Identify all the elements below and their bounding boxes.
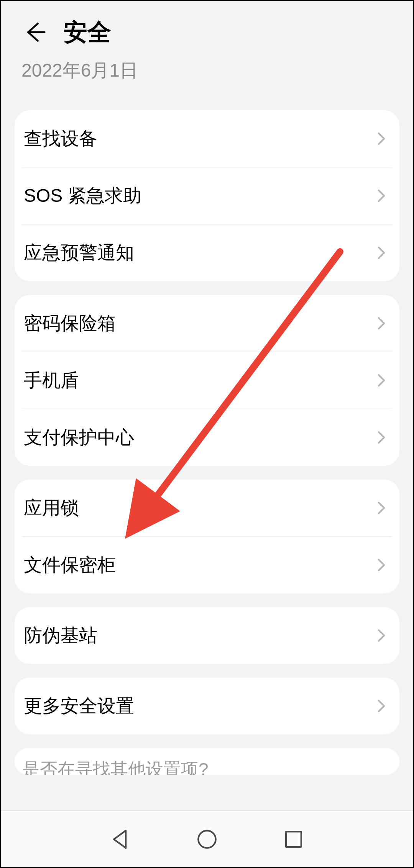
card-group: 查找设备 SOS 紧急求助 应急预警通知 — [15, 110, 399, 281]
item-label: 更多安全设置 — [22, 694, 134, 718]
title-row: 安全 — [21, 16, 393, 48]
chevron-right-icon — [373, 372, 389, 388]
date-label: 2022年6月1日 — [21, 58, 393, 83]
nav-back-button[interactable] — [107, 826, 133, 852]
chevron-right-icon — [373, 627, 389, 644]
item-more-security[interactable]: 更多安全设置 — [15, 678, 399, 734]
item-anti-fake-base[interactable]: 防伪基站 — [15, 607, 399, 664]
item-find-device[interactable]: 查找设备 — [15, 110, 399, 167]
chevron-right-icon — [373, 315, 389, 331]
back-button[interactable] — [21, 19, 48, 46]
chevron-right-icon — [373, 131, 389, 147]
item-password-vault[interactable]: 密码保险箱 — [15, 295, 399, 352]
item-file-safe[interactable]: 文件保密柜 — [15, 537, 399, 593]
hint-text: 是否在寻找其他设置项? — [22, 760, 209, 775]
item-payment-protection[interactable]: 支付保护中心 — [15, 409, 399, 466]
chevron-right-icon — [373, 557, 389, 573]
item-phone-shield[interactable]: 手机盾 — [15, 352, 399, 409]
item-sos[interactable]: SOS 紧急求助 — [15, 167, 399, 224]
arrow-left-icon — [23, 21, 46, 44]
item-app-lock[interactable]: 应用锁 — [15, 480, 399, 536]
item-label: 应急预警通知 — [22, 241, 134, 265]
item-label: 应用锁 — [22, 496, 79, 520]
item-label: 查找设备 — [22, 126, 97, 151]
card-group: 更多安全设置 — [15, 678, 399, 734]
nav-recent-button[interactable] — [281, 826, 307, 852]
square-recent-icon — [281, 826, 307, 852]
screen-frame: 安全 2022年6月1日 查找设备 SOS 紧急求助 应急预警通知 — [0, 0, 414, 868]
header: 安全 2022年6月1日 — [1, 1, 413, 94]
card-group: 应用锁 文件保密柜 — [15, 480, 399, 593]
item-label: 支付保护中心 — [22, 425, 134, 450]
chevron-right-icon — [373, 245, 389, 261]
card-group: 密码保险箱 手机盾 支付保护中心 — [15, 295, 399, 466]
svg-point-1 — [198, 830, 215, 848]
chevron-right-icon — [373, 698, 389, 714]
item-label: 密码保险箱 — [22, 311, 116, 336]
item-label: 文件保密柜 — [22, 553, 116, 577]
navigation-bar — [1, 811, 413, 867]
chevron-right-icon — [373, 188, 389, 204]
card-hint: 是否在寻找其他设置项? — [15, 748, 399, 775]
circle-home-icon — [194, 826, 220, 852]
nav-home-button[interactable] — [194, 826, 220, 852]
content: 查找设备 SOS 紧急求助 应急预警通知 — [1, 110, 413, 775]
card-group: 防伪基站 — [15, 607, 399, 664]
triangle-back-icon — [107, 826, 133, 852]
chevron-right-icon — [373, 429, 389, 445]
chevron-right-icon — [373, 500, 389, 516]
page-title: 安全 — [64, 16, 111, 48]
item-label: SOS 紧急求助 — [22, 183, 141, 208]
item-emergency-alert[interactable]: 应急预警通知 — [15, 224, 399, 281]
item-label: 手机盾 — [22, 368, 79, 393]
item-label: 防伪基站 — [22, 623, 97, 648]
svg-rect-2 — [286, 832, 301, 847]
